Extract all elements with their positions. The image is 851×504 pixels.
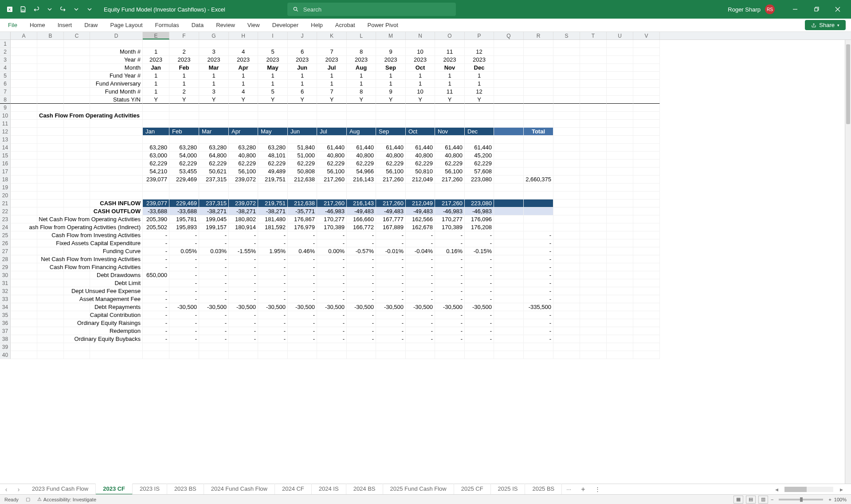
vertical-scrollbar[interactable]: [845, 40, 851, 484]
cell-R35[interactable]: -: [524, 311, 553, 319]
cell-N20[interactable]: [406, 191, 435, 199]
cell-Q37[interactable]: [494, 327, 524, 335]
cell-E7[interactable]: 1: [143, 88, 169, 96]
cell-Q24[interactable]: [494, 223, 524, 231]
cell-H34[interactable]: -30,500: [229, 303, 258, 311]
cell-H12[interactable]: Apr: [229, 128, 258, 136]
cell-N3[interactable]: 2023: [406, 56, 435, 64]
cell-K30[interactable]: -: [317, 271, 347, 279]
cell-R25[interactable]: -: [524, 231, 553, 239]
cell-T23[interactable]: [580, 215, 607, 223]
cell-G19[interactable]: [199, 184, 229, 191]
cell-R17[interactable]: [524, 168, 553, 176]
cell-O36[interactable]: -: [435, 319, 465, 327]
cell-M14[interactable]: 61,440: [376, 144, 406, 152]
column-headers[interactable]: ABCDEFGHIJKLMNOPQRSTUV: [0, 32, 851, 40]
cell-O34[interactable]: -30,500: [435, 303, 465, 311]
row-header-3[interactable]: 3: [0, 56, 11, 64]
cell-H5[interactable]: 1: [229, 72, 258, 80]
cell-J20[interactable]: [288, 191, 317, 199]
cell-T16[interactable]: [580, 160, 607, 168]
column-header-H[interactable]: H: [229, 32, 258, 39]
cell-J6[interactable]: 1: [288, 80, 317, 88]
cell-G5[interactable]: 1: [199, 72, 229, 80]
cell-Q1[interactable]: [494, 40, 524, 48]
cell-C31[interactable]: [64, 279, 90, 287]
cell-C13[interactable]: [64, 136, 90, 144]
cell-D15[interactable]: [90, 152, 143, 160]
cell-P19[interactable]: [465, 184, 494, 191]
cell-D37[interactable]: Redemption: [90, 327, 143, 335]
cell-U32[interactable]: [607, 287, 633, 295]
cell-N30[interactable]: -: [406, 271, 435, 279]
cell-O39[interactable]: [435, 343, 465, 351]
row-header-31[interactable]: 31: [0, 279, 11, 287]
cell-L27[interactable]: -0.57%: [347, 247, 376, 255]
cell-T34[interactable]: [580, 303, 607, 311]
cell-J39[interactable]: [288, 343, 317, 351]
cell-R29[interactable]: -: [524, 263, 553, 271]
cell-R11[interactable]: [524, 120, 553, 128]
cell-I35[interactable]: -: [258, 311, 288, 319]
row-header-6[interactable]: 6: [0, 80, 11, 88]
column-header-T[interactable]: T: [580, 32, 607, 39]
cell-S3[interactable]: [553, 56, 580, 64]
cell-O17[interactable]: 56,100: [435, 168, 465, 176]
cell-V39[interactable]: [633, 343, 660, 351]
cell-J7[interactable]: 6: [288, 88, 317, 96]
cell-U28[interactable]: [607, 255, 633, 263]
cell-U29[interactable]: [607, 263, 633, 271]
cell-S32[interactable]: [553, 287, 580, 295]
cell-U9[interactable]: [607, 104, 633, 112]
cell-Q8[interactable]: [494, 96, 524, 104]
cell-H31[interactable]: -: [229, 279, 258, 287]
cell-F10[interactable]: [169, 112, 199, 120]
cell-I37[interactable]: -: [258, 327, 288, 335]
cell-R38[interactable]: -: [524, 335, 553, 343]
cell-V11[interactable]: [633, 120, 660, 128]
cell-F28[interactable]: -: [169, 255, 199, 263]
cell-A31[interactable]: [11, 279, 37, 287]
cell-S25[interactable]: [553, 231, 580, 239]
view-pagebreak-icon[interactable]: ▥: [758, 496, 768, 504]
cell-M1[interactable]: [376, 40, 406, 48]
cell-K26[interactable]: -: [317, 239, 347, 247]
ribbon-tab-acrobat[interactable]: Acrobat: [329, 19, 361, 31]
cell-A23[interactable]: [11, 215, 37, 223]
cell-I11[interactable]: [258, 120, 288, 128]
horizontal-scrollbar[interactable]: [784, 487, 833, 492]
cell-H30[interactable]: -: [229, 271, 258, 279]
cell-O4[interactable]: Nov: [435, 64, 465, 72]
cell-H10[interactable]: [229, 112, 258, 120]
cell-V22[interactable]: [633, 207, 660, 215]
cell-P18[interactable]: 223,080: [465, 176, 494, 184]
cell-H39[interactable]: [229, 343, 258, 351]
cell-T19[interactable]: [580, 184, 607, 191]
ribbon-tab-insert[interactable]: Insert: [51, 19, 78, 31]
select-all-triangle[interactable]: [0, 32, 11, 39]
cell-J35[interactable]: -: [288, 311, 317, 319]
cell-I33[interactable]: -: [258, 295, 288, 303]
column-header-P[interactable]: P: [465, 32, 494, 39]
cell-T26[interactable]: [580, 239, 607, 247]
cell-U27[interactable]: [607, 247, 633, 255]
cell-O2[interactable]: 11: [435, 48, 465, 56]
cell-Q35[interactable]: [494, 311, 524, 319]
cell-J2[interactable]: 6: [288, 48, 317, 56]
cell-H20[interactable]: [229, 191, 258, 199]
cell-J21[interactable]: 212,638: [288, 199, 317, 207]
cell-Q31[interactable]: [494, 279, 524, 287]
cell-T1[interactable]: [580, 40, 607, 48]
row-header-13[interactable]: 13: [0, 136, 11, 144]
cell-R12[interactable]: Total: [524, 128, 553, 136]
cell-K8[interactable]: Y: [317, 96, 347, 104]
cell-F7[interactable]: 2: [169, 88, 199, 96]
cell-R18[interactable]: 2,660,375: [524, 176, 553, 184]
cell-Q33[interactable]: [494, 295, 524, 303]
cell-M2[interactable]: 9: [376, 48, 406, 56]
sheet-tab-2023-is[interactable]: 2023 IS: [133, 484, 167, 495]
cell-V13[interactable]: [633, 136, 660, 144]
cell-H18[interactable]: 239,072: [229, 176, 258, 184]
cell-E3[interactable]: 2023: [143, 56, 169, 64]
cell-O7[interactable]: 11: [435, 88, 465, 96]
